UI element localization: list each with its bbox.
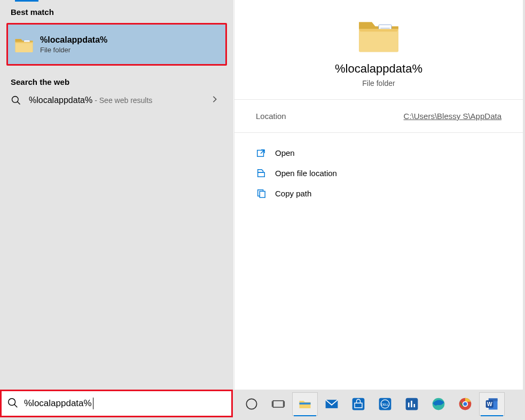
store-button[interactable] — [346, 392, 371, 416]
search-input-value: %localappdata% — [24, 398, 93, 409]
svg-rect-22 — [408, 402, 410, 407]
best-match-title: %localappdata% — [40, 35, 107, 45]
search-results-pane: Best match %localappdata% File folder Se… — [0, 0, 234, 390]
taskbar: DELL W — [233, 390, 525, 418]
preview-pane: %localappdata% File folder Location C:\U… — [234, 0, 523, 390]
task-view-icon — [271, 397, 286, 411]
svg-rect-24 — [414, 404, 416, 407]
file-explorer-button[interactable] — [292, 392, 318, 416]
search-box[interactable]: %localappdata% — [0, 390, 233, 417]
copy-icon — [256, 188, 267, 199]
preview-header: %localappdata% File folder — [234, 0, 523, 100]
action-open-location[interactable]: Open file location — [256, 163, 502, 183]
svg-point-28 — [464, 402, 467, 406]
best-match-text: %localappdata% File folder — [40, 35, 107, 54]
dell-icon: DELL — [378, 397, 393, 411]
web-search-result[interactable]: %localappdata% - See web results — [0, 91, 233, 110]
dell-button[interactable]: DELL — [372, 392, 398, 416]
preview-subtitle: File folder — [256, 79, 502, 88]
action-open-label: Open — [275, 148, 295, 157]
chevron-right-icon — [212, 96, 217, 105]
svg-text:DELL: DELL — [381, 403, 389, 406]
open-icon — [256, 147, 267, 158]
search-icon — [7, 397, 20, 410]
chrome-button[interactable] — [452, 392, 478, 416]
action-open-location-label: Open file location — [275, 169, 337, 178]
folder-icon — [14, 36, 34, 52]
chrome-icon — [458, 397, 473, 411]
cortana-button[interactable] — [239, 392, 264, 416]
best-match-result[interactable]: %localappdata% File folder — [6, 23, 227, 66]
web-search-suffix: - See web results — [95, 96, 152, 105]
edge-icon — [431, 397, 446, 411]
web-search-query: %localappdata% — [29, 96, 92, 105]
task-view-button[interactable] — [265, 392, 291, 416]
action-copy-path-label: Copy path — [275, 189, 311, 198]
svg-text:W: W — [487, 401, 492, 407]
word-button[interactable]: W — [479, 392, 505, 416]
location-label: Location — [256, 112, 286, 121]
open-location-icon — [256, 168, 267, 178]
svg-rect-12 — [273, 401, 283, 407]
svg-rect-10 — [260, 191, 265, 197]
search-web-heading: Search the web — [0, 66, 233, 91]
svg-point-11 — [246, 399, 256, 409]
mail-icon — [324, 397, 339, 411]
powerpoint-icon — [404, 397, 419, 411]
mail-button[interactable] — [319, 392, 344, 416]
svg-rect-15 — [300, 402, 311, 405]
action-open[interactable]: Open — [256, 142, 502, 163]
svg-rect-8 — [258, 172, 265, 177]
folder-icon — [357, 16, 400, 52]
search-icon — [11, 95, 21, 106]
actions-list: Open Open file location Copy path — [234, 133, 523, 213]
location-path-link[interactable]: C:\Users\Blessy S\AppData — [404, 112, 502, 121]
best-match-heading: Best match — [0, 0, 233, 21]
location-row: Location C:\Users\Blessy S\AppData — [234, 100, 523, 133]
svg-rect-17 — [352, 398, 365, 410]
powerpoint-button[interactable] — [399, 392, 425, 416]
best-match-subtitle: File folder — [40, 46, 107, 54]
preview-title: %localappdata% — [256, 62, 502, 76]
svg-rect-23 — [411, 401, 412, 407]
word-icon: W — [484, 397, 499, 411]
cortana-icon — [244, 397, 259, 411]
filter-tab-indicator — [15, 0, 38, 2]
action-copy-path[interactable]: Copy path — [256, 183, 502, 203]
file-explorer-icon — [297, 397, 312, 411]
store-icon — [351, 397, 366, 411]
edge-button[interactable] — [426, 392, 451, 416]
